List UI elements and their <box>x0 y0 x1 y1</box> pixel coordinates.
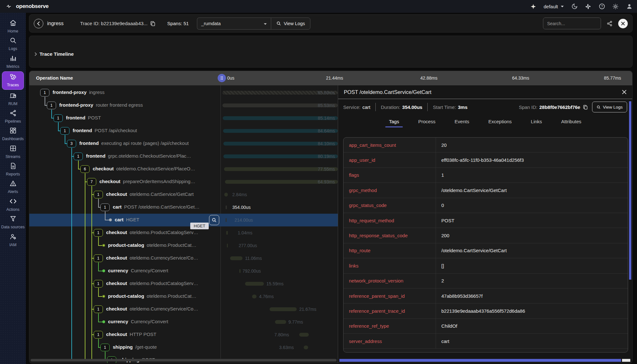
tag-key[interactable]: app_user_id <box>344 153 436 167</box>
span-service-name: frontend <box>79 140 99 146</box>
span-count-badge[interactable]: 1 <box>100 203 110 211</box>
tag-key[interactable]: http_route <box>344 243 436 258</box>
span-duration-bar[interactable] <box>227 244 228 247</box>
tag-key[interactable]: reference_parent_trace_id <box>344 303 436 318</box>
close-trace-button[interactable] <box>618 19 628 28</box>
span-duration-bar[interactable] <box>226 231 228 235</box>
span-count-badge[interactable]: 6 <box>80 165 90 173</box>
span-tooltip: HGET <box>190 223 209 229</box>
rum-icon <box>10 92 17 100</box>
span-count-badge[interactable]: 3 <box>67 140 76 147</box>
span-count-badge[interactable]: 1 <box>40 89 49 96</box>
tab-events[interactable]: Events <box>453 118 471 127</box>
settings-gear-icon[interactable] <box>612 3 619 10</box>
user-profile-icon[interactable] <box>626 3 633 10</box>
span-duration-bar[interactable] <box>304 346 308 349</box>
span-count-badge[interactable]: 1 <box>100 344 110 351</box>
tab-tags[interactable]: Tags <box>387 118 401 127</box>
span-zoom-button[interactable] <box>209 215 219 225</box>
tag-key[interactable]: flags <box>344 168 436 182</box>
span-count-badge[interactable]: 1 <box>60 127 69 135</box>
tab-process[interactable]: Process <box>416 118 437 127</box>
span-count-badge[interactable]: 1 <box>94 254 103 262</box>
sidebar-item-reports[interactable]: Reports <box>0 161 26 178</box>
sidebar-item-rum[interactable]: RUM <box>0 90 26 108</box>
tag-key[interactable]: grpc_method <box>344 183 436 197</box>
back-button[interactable] <box>34 19 43 28</box>
column-resize-handle-icon[interactable] <box>218 74 226 82</box>
span-duration-bar[interactable] <box>245 282 264 286</box>
span-duration-bar[interactable] <box>239 269 241 273</box>
sidebar-item-home[interactable]: Home <box>0 18 26 35</box>
span-count-badge[interactable]: 1 <box>47 102 56 109</box>
tag-key[interactable]: http_response_status_code <box>344 228 436 243</box>
copy-span-id-icon[interactable] <box>583 105 588 110</box>
sidebar-item-actions[interactable]: Actions <box>0 196 26 214</box>
share-icon[interactable] <box>607 21 612 26</box>
timeline-horizontal-scrollbar[interactable] <box>31 359 337 361</box>
sidebar-item-iam[interactable]: IAM <box>0 232 26 249</box>
span-row-text: checkoutoteldemo.CurrencyService/Co… <box>106 255 198 261</box>
span-row-text: product-catalogoteldemo.ProductCat… <box>108 293 196 299</box>
span-duration-bar[interactable] <box>230 256 242 260</box>
sidebar-item-streams[interactable]: Streams <box>0 143 26 161</box>
datasources-icon <box>10 215 17 224</box>
span-count-badge[interactable]: 1 <box>94 191 103 198</box>
sidebar-item-traces[interactable]: Traces <box>2 71 24 89</box>
sidebar-item-logs[interactable]: Logs <box>0 35 26 53</box>
sidebar-item-alerts[interactable]: Alerts <box>0 178 26 196</box>
span-detail-panel: POST /oteldemo.CartService/GetCart Servi… <box>338 85 632 363</box>
panel-vertical-scrollbar[interactable] <box>629 101 631 280</box>
org-name: default <box>544 4 558 9</box>
search-input[interactable] <box>543 18 601 29</box>
dark-mode-moon-icon[interactable] <box>571 3 578 10</box>
panel-horizontal-scrollbar[interactable] <box>339 359 621 362</box>
sidebar-item-label: Data sources <box>1 225 25 229</box>
span-duration-bar[interactable] <box>226 205 227 209</box>
view-logs-button[interactable]: View Logs <box>271 18 310 30</box>
sidebar-item-pipelines[interactable]: Pipelines <box>0 108 26 125</box>
panel-view-logs-button[interactable]: View Logs <box>592 102 627 112</box>
sidebar-item-data-sources[interactable]: Data sources <box>0 214 26 231</box>
tag-key[interactable]: app_cart_items_count <box>344 138 436 152</box>
span-count-badge[interactable]: 1 <box>94 229 103 237</box>
span-count-badge[interactable]: 1 <box>94 305 103 313</box>
span-duration-bar[interactable] <box>224 193 228 196</box>
sparkle-ai-icon[interactable] <box>530 3 537 10</box>
copy-trace-id-icon[interactable] <box>150 21 155 26</box>
panel-scrollbar-corner <box>622 359 630 362</box>
span-row-text: checkoutoteldemo.CheckoutService/PlaceO… <box>93 166 195 172</box>
span-count-badge[interactable]: 7 <box>87 178 96 186</box>
span-duration-bar[interactable] <box>275 320 286 324</box>
tag-key[interactable]: grpc_status_code <box>344 198 436 213</box>
sidebar-item-dashboards[interactable]: Dashboards <box>0 125 26 143</box>
tag-key[interactable]: network_protocol_version <box>344 274 436 288</box>
span-duration-bar[interactable] <box>299 333 309 337</box>
span-duration-bar[interactable] <box>252 295 257 298</box>
span-service-name: checkout <box>106 332 127 337</box>
tag-key[interactable]: reference_parent_span_id <box>344 289 436 303</box>
span-duration-bar[interactable] <box>270 307 297 311</box>
span-duration-bar[interactable] <box>226 218 227 222</box>
duration-label: Duration: <box>381 104 400 110</box>
span-row-text: shipping/get-quote <box>113 344 157 350</box>
span-duration-label: 9.77ms <box>288 319 303 325</box>
org-selector[interactable]: default <box>544 4 564 9</box>
stream-select[interactable]: _rumdata <box>197 18 271 30</box>
close-panel-icon[interactable] <box>622 90 626 94</box>
tab-attributes[interactable]: Attributes <box>559 118 583 127</box>
tag-key[interactable]: server_address <box>344 334 436 348</box>
slack-icon[interactable] <box>585 3 591 10</box>
chevron-right-icon[interactable] <box>34 52 37 56</box>
tag-key[interactable]: reference_ref_type <box>344 319 436 333</box>
tag-key[interactable]: http_request_method <box>344 213 436 228</box>
span-count-badge[interactable]: 1 <box>94 280 103 288</box>
help-icon[interactable]: ? <box>598 3 605 10</box>
sidebar-item-metrics[interactable]: Metrics <box>0 53 26 71</box>
span-count-badge[interactable]: 1 <box>74 153 83 160</box>
tab-links[interactable]: Links <box>529 118 544 127</box>
tab-exceptions[interactable]: Exceptions <box>486 118 513 127</box>
span-count-badge[interactable]: 1 <box>94 331 103 339</box>
tag-key[interactable]: links <box>344 258 436 273</box>
span-count-badge[interactable]: 1 <box>54 114 63 122</box>
